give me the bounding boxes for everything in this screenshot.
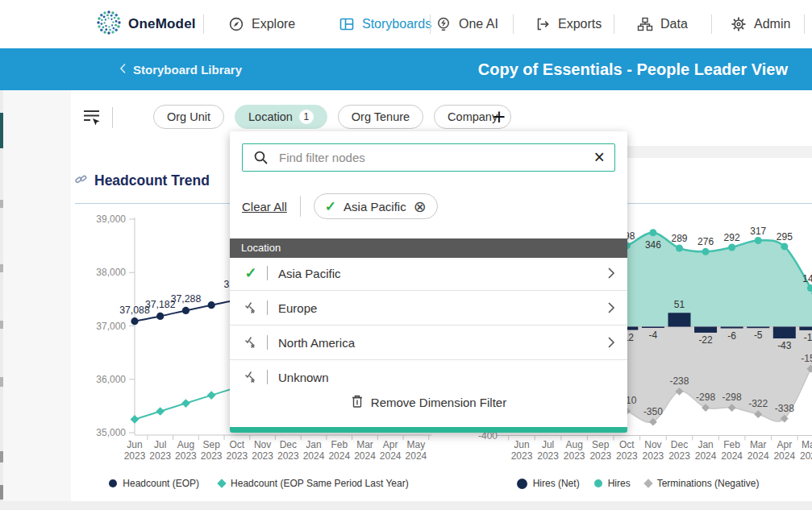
nav-item-admin[interactable]: Admin	[731, 0, 790, 48]
top-navigation: OneModel ExploreStoryboardsOne AIExports…	[0, 0, 812, 48]
svg-text:Apr: Apr	[383, 439, 398, 450]
link-icon[interactable]	[75, 173, 87, 189]
partial-check-icon[interactable]	[242, 301, 260, 316]
hires-net-bar	[799, 327, 812, 330]
filter-node-list: ✓Asia PacificEuropeNorth AmericaUnknown	[230, 256, 627, 394]
filter-chip-location[interactable]: Location1	[235, 105, 327, 129]
svg-text:2023: 2023	[668, 450, 690, 462]
filter-chip-org-tenure[interactable]: Org Tenure	[338, 105, 423, 129]
location-filter-dropdown: × Clear All ✓ Asia Pacific ⊗ Location ✓A…	[230, 131, 627, 433]
svg-text:May: May	[407, 439, 426, 450]
svg-text:51: 51	[674, 299, 685, 310]
filter-node-unknown[interactable]: Unknown	[230, 360, 627, 394]
page-gutter	[3, 90, 71, 501]
storyboard-library-back-link[interactable]: Storyboard Library	[119, 48, 242, 90]
legend-item-hires[interactable]: Hires	[594, 478, 631, 489]
nav-separator	[711, 15, 712, 34]
storyboard-header-bar: Storyboard Library Copy of Essentials - …	[0, 48, 812, 90]
nav-item-explore[interactable]: Explore	[228, 0, 295, 48]
onemodel-logo[interactable]: OneModel	[95, 0, 196, 48]
svg-text:Jul: Jul	[542, 439, 554, 450]
headcount-eop-point	[156, 313, 164, 320]
hires-point	[649, 229, 656, 236]
svg-text:Mar: Mar	[356, 439, 373, 450]
hires-net-bar	[721, 327, 743, 329]
chevron-right-icon[interactable]	[607, 336, 615, 349]
partial-check-icon[interactable]	[242, 370, 260, 385]
svg-text:2024: 2024	[800, 450, 812, 462]
headcount-eop-point	[208, 301, 215, 309]
clear-search-icon[interactable]: ×	[585, 148, 614, 167]
nav-item-label: Explore	[252, 17, 295, 31]
chevron-right-icon[interactable]	[607, 267, 615, 280]
filter-node-north-america[interactable]: North America	[230, 325, 627, 360]
page-bottom-strip	[0, 501, 812, 510]
legend-item-terminations-negative[interactable]: Terminations (Negative)	[645, 478, 760, 489]
dimension-section-header: Location	[230, 238, 627, 258]
nav-item-label: Exports	[558, 17, 602, 31]
data-icon	[637, 16, 653, 32]
brand-name: OneModel	[128, 16, 196, 32]
clear-row-separator	[300, 196, 301, 217]
svg-text:Aug: Aug	[177, 439, 194, 450]
svg-text:-43: -43	[777, 340, 792, 351]
check-icon[interactable]: ✓	[242, 264, 260, 282]
svg-text:36,000: 36,000	[96, 374, 126, 385]
svg-text:-322: -322	[748, 398, 768, 409]
nav-separator	[614, 15, 614, 34]
dimension-filter-chips: Org UnitLocation1Org TenureCompany	[153, 105, 511, 129]
filter-search-input[interactable]	[277, 150, 585, 165]
nav-item-exports[interactable]: Exports	[535, 0, 602, 48]
filter-board-icon[interactable]	[81, 106, 102, 131]
legend-item-hires-net[interactable]: Hires (Net)	[517, 478, 580, 489]
svg-text:2023: 2023	[175, 450, 197, 462]
nav-item-label: Storyboards	[362, 17, 431, 31]
nav-item-data[interactable]: Data	[637, 0, 688, 48]
svg-text:2023: 2023	[511, 450, 533, 462]
svg-text:Jan: Jan	[697, 439, 713, 450]
storyboards-icon	[339, 16, 355, 32]
diamond-marker-icon	[217, 479, 226, 487]
remove-node-icon[interactable]: ⊗	[414, 197, 427, 216]
filter-search-box: ×	[242, 143, 615, 172]
svg-text:Aug: Aug	[565, 439, 582, 450]
svg-text:May: May	[802, 439, 812, 450]
svg-text:2024: 2024	[747, 450, 769, 462]
svg-text:292: 292	[724, 232, 740, 243]
remove-dimension-filter-button[interactable]: Remove Dimension Filter	[230, 394, 627, 411]
svg-text:Dec: Dec	[280, 439, 297, 450]
clear-all-link[interactable]: Clear All	[242, 200, 287, 214]
chevron-right-icon[interactable]	[607, 301, 615, 314]
svg-text:346: 346	[645, 239, 661, 251]
svg-text:317: 317	[750, 226, 766, 237]
svg-text:Jan: Jan	[306, 439, 321, 450]
partial-check-icon[interactable]	[242, 335, 260, 350]
compass-icon	[228, 16, 244, 32]
search-icon[interactable]	[243, 150, 277, 165]
svg-text:Sep: Sep	[202, 439, 220, 450]
svg-text:-338: -338	[775, 403, 794, 414]
legend-item-headcount-eop[interactable]: Headcount (EOP)	[109, 478, 199, 489]
selected-node-chip[interactable]: ✓ Asia Pacific ⊗	[314, 193, 438, 219]
svg-text:-6: -6	[727, 330, 736, 342]
legend-label: Headcount (EOP Same Period Last Year)	[231, 478, 409, 489]
svg-text:Oct: Oct	[230, 439, 245, 450]
nav-item-one-ai[interactable]: One AI	[435, 0, 498, 48]
back-link-label: Storyboard Library	[133, 63, 242, 77]
filter-node-asia-pacific[interactable]: ✓Asia Pacific	[230, 256, 627, 291]
nav-item-storyboards[interactable]: Storyboards	[339, 0, 431, 48]
filter-chip-label: Org Tenure	[352, 110, 410, 123]
svg-text:2023: 2023	[643, 450, 664, 462]
legend-item-headcount-eop-same-period-last-year[interactable]: Headcount (EOP Same Period Last Year)	[219, 478, 409, 489]
nav-item-label: Data	[660, 17, 688, 31]
hires-point	[702, 248, 710, 255]
svg-text:2023: 2023	[277, 450, 299, 462]
page-title: Copy of Essentials - People Leader View	[478, 48, 788, 90]
svg-text:-155: -155	[801, 353, 812, 364]
svg-text:289: 289	[671, 233, 687, 244]
svg-text:-22: -22	[698, 334, 713, 346]
filter-chip-org-unit[interactable]: Org Unit	[153, 105, 224, 129]
add-filter-button[interactable]: +	[493, 104, 506, 130]
filter-node-europe[interactable]: Europe	[230, 291, 627, 325]
hires-net-bar	[694, 327, 717, 333]
